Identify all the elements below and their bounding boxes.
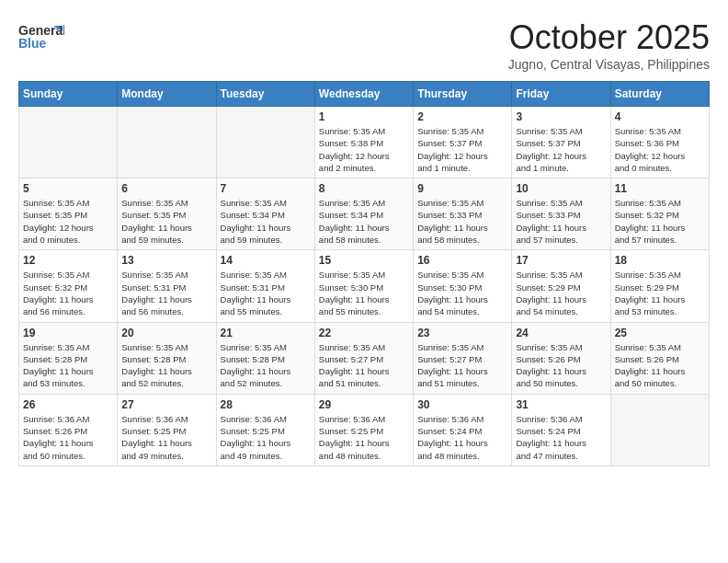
calendar-header: SundayMondayTuesdayWednesdayThursdayFrid… <box>19 82 710 107</box>
day-number: 31 <box>516 398 606 411</box>
day-number: 7 <box>221 182 311 195</box>
calendar-cell <box>118 107 216 178</box>
calendar-week-1: 1Sunrise: 5:35 AM Sunset: 5:38 PM Daylig… <box>19 107 710 178</box>
day-info: Sunrise: 5:35 AM Sunset: 5:38 PM Dayligh… <box>319 125 409 174</box>
calendar-cell: 2Sunrise: 5:35 AM Sunset: 5:37 PM Daylig… <box>414 107 512 178</box>
day-info: Sunrise: 5:35 AM Sunset: 5:28 PM Dayligh… <box>23 341 113 390</box>
day-number: 16 <box>417 254 507 267</box>
day-number: 4 <box>615 110 705 123</box>
calendar-cell: 9Sunrise: 5:35 AM Sunset: 5:33 PM Daylig… <box>414 178 512 250</box>
day-info: Sunrise: 5:35 AM Sunset: 5:34 PM Dayligh… <box>221 197 311 246</box>
calendar-body: 1Sunrise: 5:35 AM Sunset: 5:38 PM Daylig… <box>19 107 710 466</box>
day-number: 11 <box>615 182 705 195</box>
day-info: Sunrise: 5:35 AM Sunset: 5:37 PM Dayligh… <box>516 125 606 174</box>
day-number: 20 <box>121 327 211 339</box>
calendar-cell: 30Sunrise: 5:36 AM Sunset: 5:24 PM Dayli… <box>414 394 512 465</box>
day-number: 23 <box>417 327 507 339</box>
calendar-cell: 11Sunrise: 5:35 AM Sunset: 5:32 PM Dayli… <box>610 178 709 250</box>
calendar-cell: 14Sunrise: 5:35 AM Sunset: 5:31 PM Dayli… <box>216 250 314 322</box>
day-info: Sunrise: 5:35 AM Sunset: 5:33 PM Dayligh… <box>417 197 507 246</box>
day-number: 8 <box>319 182 409 195</box>
calendar-cell: 4Sunrise: 5:35 AM Sunset: 5:36 PM Daylig… <box>610 107 709 178</box>
day-info: Sunrise: 5:35 AM Sunset: 5:29 PM Dayligh… <box>615 269 705 317</box>
day-number: 22 <box>319 327 409 339</box>
day-info: Sunrise: 5:35 AM Sunset: 5:31 PM Dayligh… <box>221 269 311 317</box>
day-number: 6 <box>121 182 211 195</box>
location: Jugno, Central Visayas, Philippines <box>508 57 710 72</box>
day-info: Sunrise: 5:35 AM Sunset: 5:33 PM Dayligh… <box>516 197 606 246</box>
day-info: Sunrise: 5:35 AM Sunset: 5:30 PM Dayligh… <box>319 269 409 317</box>
day-number: 21 <box>221 327 311 339</box>
weekday-tuesday: Tuesday <box>216 82 314 107</box>
day-info: Sunrise: 5:36 AM Sunset: 5:25 PM Dayligh… <box>221 413 311 462</box>
day-info: Sunrise: 5:35 AM Sunset: 5:26 PM Dayligh… <box>615 341 705 390</box>
day-info: Sunrise: 5:35 AM Sunset: 5:37 PM Dayligh… <box>417 125 507 174</box>
weekday-header-row: SundayMondayTuesdayWednesdayThursdayFrid… <box>19 82 710 107</box>
day-number: 30 <box>417 398 507 411</box>
calendar-cell: 18Sunrise: 5:35 AM Sunset: 5:29 PM Dayli… <box>610 250 709 322</box>
day-number: 29 <box>319 398 409 411</box>
calendar-cell: 27Sunrise: 5:36 AM Sunset: 5:25 PM Dayli… <box>118 394 216 465</box>
day-number: 19 <box>23 327 113 339</box>
day-number: 13 <box>121 254 211 267</box>
calendar-cell <box>19 107 118 178</box>
calendar-cell <box>216 107 314 178</box>
calendar-cell: 28Sunrise: 5:36 AM Sunset: 5:25 PM Dayli… <box>216 394 314 465</box>
calendar-cell: 21Sunrise: 5:35 AM Sunset: 5:28 PM Dayli… <box>216 322 314 394</box>
weekday-wednesday: Wednesday <box>314 82 413 107</box>
day-info: Sunrise: 5:35 AM Sunset: 5:32 PM Dayligh… <box>23 269 113 317</box>
weekday-monday: Monday <box>118 82 216 107</box>
calendar-cell: 10Sunrise: 5:35 AM Sunset: 5:33 PM Dayli… <box>512 178 610 250</box>
calendar-cell: 20Sunrise: 5:35 AM Sunset: 5:28 PM Dayli… <box>118 322 216 394</box>
day-number: 18 <box>615 254 705 267</box>
day-number: 25 <box>615 327 705 339</box>
month-title: October 2025 <box>508 18 710 57</box>
day-info: Sunrise: 5:35 AM Sunset: 5:29 PM Dayligh… <box>516 269 606 317</box>
calendar-week-2: 5Sunrise: 5:35 AM Sunset: 5:35 PM Daylig… <box>19 178 710 250</box>
calendar-cell: 29Sunrise: 5:36 AM Sunset: 5:25 PM Dayli… <box>314 394 413 465</box>
day-info: Sunrise: 5:36 AM Sunset: 5:25 PM Dayligh… <box>319 413 409 462</box>
logo: General Blue <box>18 18 64 59</box>
day-info: Sunrise: 5:35 AM Sunset: 5:31 PM Dayligh… <box>121 269 211 317</box>
calendar-cell: 8Sunrise: 5:35 AM Sunset: 5:34 PM Daylig… <box>314 178 413 250</box>
calendar-cell: 1Sunrise: 5:35 AM Sunset: 5:38 PM Daylig… <box>314 107 413 178</box>
day-info: Sunrise: 5:35 AM Sunset: 5:26 PM Dayligh… <box>516 341 606 390</box>
calendar-cell: 31Sunrise: 5:36 AM Sunset: 5:24 PM Dayli… <box>512 394 610 465</box>
day-number: 3 <box>516 110 606 123</box>
day-info: Sunrise: 5:35 AM Sunset: 5:34 PM Dayligh… <box>319 197 409 246</box>
logo-icon: General Blue <box>18 18 64 55</box>
day-number: 28 <box>221 398 311 411</box>
weekday-thursday: Thursday <box>414 82 512 107</box>
calendar-cell: 17Sunrise: 5:35 AM Sunset: 5:29 PM Dayli… <box>512 250 610 322</box>
calendar-cell <box>610 394 709 465</box>
calendar-cell: 22Sunrise: 5:35 AM Sunset: 5:27 PM Dayli… <box>314 322 413 394</box>
calendar-cell: 6Sunrise: 5:35 AM Sunset: 5:35 PM Daylig… <box>118 178 216 250</box>
day-number: 17 <box>516 254 606 267</box>
calendar-cell: 7Sunrise: 5:35 AM Sunset: 5:34 PM Daylig… <box>216 178 314 250</box>
day-number: 2 <box>417 110 507 123</box>
calendar-cell: 15Sunrise: 5:35 AM Sunset: 5:30 PM Dayli… <box>314 250 413 322</box>
day-info: Sunrise: 5:35 AM Sunset: 5:32 PM Dayligh… <box>615 197 705 246</box>
day-info: Sunrise: 5:36 AM Sunset: 5:24 PM Dayligh… <box>516 413 606 462</box>
day-number: 15 <box>319 254 409 267</box>
day-number: 12 <box>23 254 113 267</box>
day-info: Sunrise: 5:36 AM Sunset: 5:24 PM Dayligh… <box>417 413 507 462</box>
calendar-cell: 5Sunrise: 5:35 AM Sunset: 5:35 PM Daylig… <box>19 178 118 250</box>
day-number: 1 <box>319 110 409 123</box>
day-info: Sunrise: 5:35 AM Sunset: 5:35 PM Dayligh… <box>23 197 113 246</box>
calendar-cell: 3Sunrise: 5:35 AM Sunset: 5:37 PM Daylig… <box>512 107 610 178</box>
day-info: Sunrise: 5:36 AM Sunset: 5:25 PM Dayligh… <box>121 413 211 462</box>
calendar-cell: 24Sunrise: 5:35 AM Sunset: 5:26 PM Dayli… <box>512 322 610 394</box>
day-number: 14 <box>221 254 311 267</box>
day-info: Sunrise: 5:35 AM Sunset: 5:28 PM Dayligh… <box>121 341 211 390</box>
day-number: 5 <box>23 182 113 195</box>
day-number: 10 <box>516 182 606 195</box>
day-number: 24 <box>516 327 606 339</box>
page-header: General Blue October 2025 Jugno, Central… <box>18 18 710 72</box>
day-info: Sunrise: 5:35 AM Sunset: 5:36 PM Dayligh… <box>615 125 705 174</box>
calendar-cell: 25Sunrise: 5:35 AM Sunset: 5:26 PM Dayli… <box>610 322 709 394</box>
calendar-cell: 12Sunrise: 5:35 AM Sunset: 5:32 PM Dayli… <box>19 250 118 322</box>
calendar-week-3: 12Sunrise: 5:35 AM Sunset: 5:32 PM Dayli… <box>19 250 710 322</box>
day-number: 9 <box>417 182 507 195</box>
day-number: 26 <box>23 398 113 411</box>
